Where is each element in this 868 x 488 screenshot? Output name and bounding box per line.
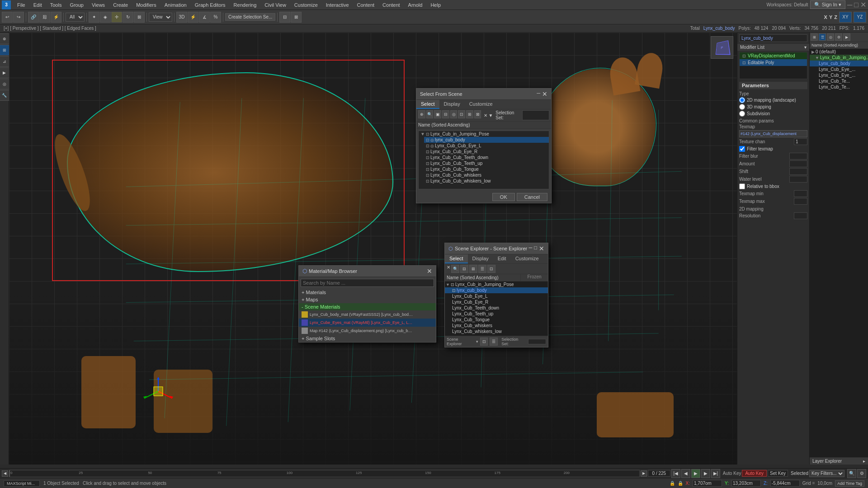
- type-3d-radio[interactable]: [739, 104, 745, 110]
- mat-item-eyes[interactable]: Lynx_Cube_Eyes_mat (VRayMtl) [Lynx_Cub_E…: [299, 319, 436, 327]
- filter-dropdown[interactable]: All: [66, 13, 85, 22]
- relative-to-bbox-check[interactable]: Relative to bbox: [739, 183, 807, 189]
- settings-btn[interactable]: ⚙: [857, 469, 866, 478]
- lock-icon-x[interactable]: 🔒: [670, 481, 675, 486]
- resolution-input[interactable]: 512: [794, 212, 807, 219]
- sidebar-motion-btn[interactable]: ▶: [0, 67, 10, 78]
- timeline-next-btn[interactable]: ▶: [641, 470, 647, 477]
- tree-teeth-u[interactable]: ⊡ Lynx_Cub_Cub_Teeth_up: [424, 160, 549, 166]
- type-3d[interactable]: 3D mapping: [739, 104, 807, 110]
- sd-btn-1[interactable]: ⊕: [418, 110, 425, 118]
- type-subdivision[interactable]: Subdivision: [739, 111, 807, 117]
- amount-input[interactable]: 0,3cm: [789, 160, 807, 167]
- sidebar-utilities-btn[interactable]: 🔧: [0, 90, 10, 101]
- select-dialog-tree[interactable]: ▼ ⊡ Lynx_Cub_in_Jumping_Pose ⊡ ◎ lynx_cu…: [418, 131, 549, 189]
- tree-root[interactable]: ▼ ⊡ Lynx_Cub_in_Jumping_Pose: [419, 131, 549, 137]
- mat-section-samples[interactable]: + Sample Slots: [299, 335, 436, 342]
- mat-section-scene[interactable]: - Scene Materials: [299, 303, 436, 310]
- type-2d-radio[interactable]: [739, 97, 745, 103]
- timeline-ruler[interactable]: 0 25 50 75 100 125 150 175 200: [9, 470, 640, 477]
- tree-body[interactable]: ⊡ ◎ lynx_cub_body: [424, 137, 549, 143]
- play-prev-btn[interactable]: |◀: [671, 469, 680, 478]
- sd-btn-6[interactable]: ⊡: [458, 110, 465, 118]
- tree-expand-root[interactable]: ▼: [420, 131, 425, 136]
- minimize-button[interactable]: ─: [847, 1, 852, 9]
- relative-to-bbox-checkbox[interactable]: [739, 183, 745, 189]
- sd-btn-4[interactable]: ⊟: [442, 110, 449, 118]
- tab-icon-3[interactable]: ◎: [827, 33, 834, 41]
- modifier-vray[interactable]: ⊡ VRayDisplacementMod: [740, 52, 807, 59]
- se-item-root[interactable]: ▼ ⊡ Lynx_Cub_in_Jumping_Pose: [445, 282, 548, 287]
- close-button[interactable]: ✕: [860, 0, 866, 9]
- sd-btn-3[interactable]: ▣: [434, 110, 441, 118]
- sd2-btn-1[interactable]: 🔍: [451, 265, 459, 273]
- rc-item-default[interactable]: ▶ 0 (default): [810, 49, 868, 55]
- menu-modifiers[interactable]: Modifiers: [132, 1, 160, 9]
- sidebar-display-btn[interactable]: ◎: [0, 79, 10, 89]
- scene-icon-2[interactable]: ☰: [490, 338, 498, 346]
- play-fwd-btn[interactable]: ▶: [701, 469, 710, 478]
- snap3d-button[interactable]: 3D: [176, 12, 187, 23]
- filter-texmap-check[interactable]: Filter texmap: [739, 146, 807, 152]
- se-item-body[interactable]: ⊡ lynx_cub_body: [445, 287, 548, 293]
- tree-whiskers-low[interactable]: ⊡ Lynx_Cub_Cub_whiskers_low: [424, 178, 549, 184]
- create-selection-button[interactable]: Create Selection Se...: [225, 13, 275, 21]
- coord-z-input[interactable]: [770, 480, 800, 487]
- menu-tools[interactable]: Tools: [47, 1, 66, 9]
- search-btn[interactable]: 🔍: [847, 469, 856, 478]
- set-key-button[interactable]: Set Key: [768, 470, 788, 477]
- select-dialog-minimize[interactable]: ─: [537, 90, 540, 98]
- menu-animation[interactable]: Animation: [161, 1, 190, 9]
- play-next-btn[interactable]: ▶|: [711, 469, 720, 478]
- modifier-editable-poly[interactable]: ⊡ Editable Poly: [740, 59, 807, 66]
- move-button[interactable]: ✛: [111, 12, 122, 23]
- menu-civil-view[interactable]: Civil View: [261, 1, 289, 9]
- rc-item-eye-l[interactable]: Lynx_Cub_Eye_...: [810, 66, 868, 72]
- material-dialog-close[interactable]: ✕: [427, 267, 432, 275]
- tree-whiskers[interactable]: ⊡ Lynx_Cub_Cub_whiskers: [424, 172, 549, 178]
- se-item-whiskers[interactable]: Lynx_Cub_whiskers: [445, 323, 548, 328]
- se-item-eye-l[interactable]: Lynx_Cub_Eye_L: [445, 293, 548, 299]
- tree-teeth-d[interactable]: ⊡ Lynx_Cub_Cub_Teeth_down: [424, 155, 549, 160]
- tab-icon-2[interactable]: ☰: [819, 33, 826, 41]
- undo-button[interactable]: ↩: [2, 12, 13, 23]
- align-button[interactable]: ⊠: [291, 12, 302, 23]
- texchan-input[interactable]: [794, 138, 807, 145]
- scene-dialog-tree[interactable]: ▼ ⊡ Lynx_Cub_in_Jumping_Pose ⊡ lynx_cub_…: [445, 282, 548, 336]
- snap-toggle-button[interactable]: ⚡: [188, 12, 198, 23]
- menu-edit[interactable]: Edit: [30, 1, 46, 9]
- se-item-teeth-u[interactable]: Lynx_Cub_Teeth_up: [445, 311, 548, 317]
- redo-button[interactable]: ↪: [13, 12, 24, 23]
- menu-file[interactable]: File: [14, 1, 29, 9]
- menu-content[interactable]: Content: [379, 1, 404, 9]
- select-tab-customize[interactable]: Customize: [465, 100, 497, 109]
- mirror-button[interactable]: ⊟: [279, 12, 290, 23]
- se-item-teeth-d[interactable]: Lynx_Cub_Teeth_down: [445, 305, 548, 311]
- menu-graph-editors[interactable]: Graph Editors: [191, 1, 229, 9]
- se-item-eye-r[interactable]: Lynx_Cub_Eye_R: [445, 299, 548, 305]
- menu-group[interactable]: Group: [66, 1, 87, 9]
- lock-icon-y[interactable]: 🔒: [678, 481, 683, 486]
- cancel-button[interactable]: Cancel: [517, 193, 547, 201]
- sidebar-modify-btn[interactable]: ⊞: [0, 45, 10, 56]
- sd-close-btn[interactable]: ✕: [484, 113, 487, 118]
- material-search-input[interactable]: [301, 279, 434, 287]
- rotate-button[interactable]: ↻: [123, 12, 133, 23]
- coord-x-input[interactable]: [693, 480, 722, 487]
- select-region-button[interactable]: ◈: [100, 12, 111, 23]
- sd-btn-5[interactable]: ◎: [450, 110, 458, 118]
- scene-dialog-close-btn[interactable]: ✕: [447, 265, 450, 273]
- rc-item-eye-r[interactable]: Lynx_Cub_Eye_...: [810, 72, 868, 78]
- scene-icon-1[interactable]: ⊡: [480, 338, 488, 346]
- view-dropdown[interactable]: View: [149, 13, 172, 22]
- view-cube[interactable]: P: [711, 36, 733, 59]
- sd-btn-8[interactable]: ⊠: [474, 110, 481, 118]
- scene-tab-display[interactable]: Display: [468, 254, 493, 263]
- scene-tab-edit[interactable]: Edit: [493, 254, 511, 263]
- angle-snap-button[interactable]: ∡: [199, 12, 210, 23]
- mat-item-displacement[interactable]: Map #142 (Lynx_Cub_displacement.png) [Ly…: [299, 327, 436, 335]
- menu-arnold[interactable]: Arnold: [405, 1, 426, 9]
- se-item-whiskers-low[interactable]: Lynx_Cub_whiskers_low: [445, 328, 548, 334]
- select-tab-select[interactable]: Select: [416, 100, 439, 109]
- maxscript-mini[interactable]: MAXScript Mi...: [4, 480, 40, 487]
